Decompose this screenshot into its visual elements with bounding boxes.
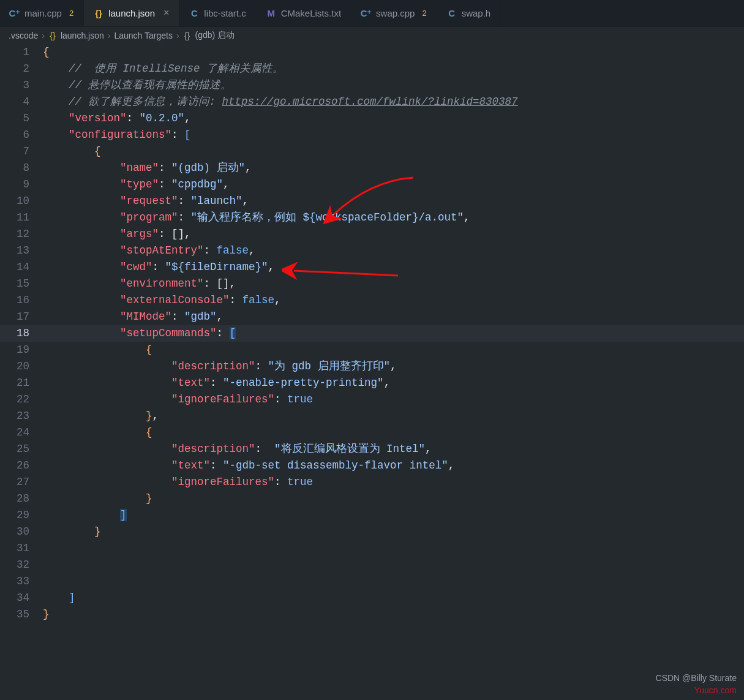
- tab-bar: C⁺ main.cpp 2 {} launch.json × C libc-st…: [0, 0, 744, 27]
- tab-label: swap.cpp: [376, 8, 415, 18]
- c-icon: C: [189, 9, 199, 18]
- breadcrumb-symbol[interactable]: Launch Targets: [114, 31, 172, 40]
- cpp-icon: C⁺: [361, 9, 371, 18]
- chevron-right-icon: ›: [42, 31, 45, 40]
- tab-label: launch.json: [108, 8, 155, 18]
- breadcrumb-symbol[interactable]: (gdb) 启动: [195, 30, 235, 41]
- tab-label: CMakeLists.txt: [281, 8, 341, 18]
- cmake-icon: M: [266, 9, 276, 18]
- tab-label: swap.h: [462, 8, 491, 18]
- chevron-right-icon: ›: [176, 31, 179, 40]
- tab-swap-cpp[interactable]: C⁺ swap.cpp 2: [351, 0, 437, 26]
- json-icon: {}: [94, 8, 103, 18]
- tab-cmakelists[interactable]: M CMakeLists.txt: [257, 0, 351, 26]
- close-icon[interactable]: ×: [163, 7, 169, 18]
- line-gutter: 1234567891011121314151617181920212223242…: [0, 44, 43, 623]
- breadcrumb-file[interactable]: launch.json: [61, 31, 104, 40]
- chevron-right-icon: ›: [108, 31, 111, 40]
- tab-badge: 2: [69, 9, 73, 18]
- code-editor[interactable]: 1234567891011121314151617181920212223242…: [0, 44, 744, 623]
- breadcrumb-folder[interactable]: .vscode: [9, 31, 38, 40]
- json-icon: {}: [183, 31, 192, 40]
- tab-label: main.cpp: [24, 8, 62, 18]
- tab-swap-h[interactable]: C swap.h: [437, 0, 502, 26]
- json-icon: {}: [48, 31, 57, 40]
- tab-label: libc-start.c: [204, 8, 246, 18]
- watermark-csdn: CSDN @Billy Sturate: [656, 673, 737, 683]
- tab-main-cpp[interactable]: C⁺ main.cpp 2: [0, 0, 84, 26]
- cpp-icon: C⁺: [10, 9, 20, 18]
- tab-badge: 2: [422, 9, 426, 18]
- breadcrumb[interactable]: .vscode › {} launch.json › Launch Target…: [0, 27, 744, 44]
- c-icon: C: [447, 9, 457, 18]
- code-content[interactable]: { // 使用 IntelliSense 了解相关属性。 // 悬停以查看现有属…: [43, 44, 744, 623]
- tab-libc-start[interactable]: C libc-start.c: [179, 0, 256, 26]
- tab-launch-json[interactable]: {} launch.json ×: [84, 0, 179, 26]
- watermark-yuucn: Yuucn.com: [694, 685, 737, 695]
